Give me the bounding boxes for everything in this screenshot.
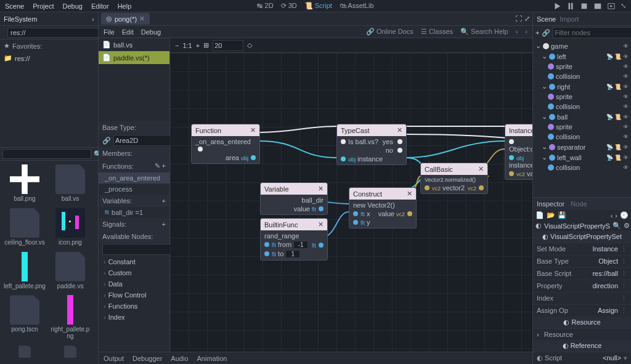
- scene-tab[interactable]: ◎ pong(*) ✕: [101, 13, 150, 25]
- file-thumb[interactable]: ball.vs: [49, 164, 91, 204]
- insp-row[interactable]: ◐ Script<null>▾: [533, 352, 631, 364]
- avail-item[interactable]: Flow Control: [99, 289, 169, 301]
- zoom-out-icon[interactable]: −: [175, 42, 179, 49]
- collapse-icon[interactable]: ⤡: [621, 2, 626, 10]
- search-help[interactable]: 🔍 Search Help: [460, 28, 508, 36]
- graph-canvas[interactable]: Function✕ _on_area_entered area obj Type…: [170, 53, 532, 352]
- grid-stepper-icon[interactable]: ◇: [247, 41, 252, 49]
- tab-script[interactable]: 📜 Script: [304, 2, 332, 10]
- node-variable[interactable]: Variable✕ ball_dir value flt: [260, 182, 328, 215]
- scene-tree-item[interactable]: collision👁: [533, 102, 631, 111]
- add-node-icon[interactable]: +: [535, 29, 539, 36]
- zoom-reset[interactable]: 1:1: [182, 42, 192, 49]
- menu-project[interactable]: Project: [33, 2, 54, 10]
- close-icon[interactable]: ✕: [478, 165, 484, 173]
- insp-row[interactable]: Propertydirection⋮: [533, 280, 631, 292]
- scene-tree-item[interactable]: sprite👁: [533, 92, 631, 102]
- script-item[interactable]: 📄 paddle.vs(*): [99, 51, 169, 64]
- node-callbasic[interactable]: CallBasic✕ Vector2.normalized() vc2 vect…: [420, 163, 488, 194]
- node-function[interactable]: Function✕ _on_area_entered area obj: [191, 124, 260, 164]
- scene-tree-item[interactable]: collision👁: [533, 71, 631, 81]
- file-thumb[interactable]: paddle.vs: [49, 252, 91, 292]
- avail-item[interactable]: Custom: [99, 267, 169, 278]
- avail-item[interactable]: Data: [99, 278, 169, 289]
- close-icon[interactable]: ✕: [407, 190, 412, 198]
- file-thumb[interactable]: right_pallete.png: [49, 295, 91, 342]
- file-thumb[interactable]: [4, 346, 46, 360]
- distraction-free-icon[interactable]: ⛶: [515, 15, 522, 23]
- scene-tree-item[interactable]: ⌄left_wall📡 📜 👁: [533, 152, 631, 163]
- scene-tree-item[interactable]: collision👁: [533, 132, 631, 142]
- tab-assetlib[interactable]: 🛍 AssetLib: [340, 2, 374, 10]
- load-resource-icon[interactable]: 📂: [547, 211, 555, 219]
- script-item[interactable]: 📄 ball.vs: [99, 38, 169, 51]
- bottom-debugger[interactable]: Debugger: [132, 355, 162, 362]
- pause-icon[interactable]: [566, 2, 575, 10]
- close-tab-icon[interactable]: ✕: [139, 15, 145, 23]
- node-typecast[interactable]: TypeCast✕ Is ball.vs?yes no obj instance: [336, 124, 407, 165]
- scene-tree-item[interactable]: ⌄left📡 📜 👁: [533, 51, 631, 62]
- bottom-output[interactable]: Output: [104, 355, 124, 362]
- var-item[interactable]: flt ball_dir =1: [99, 207, 169, 218]
- play-scene-icon[interactable]: [593, 2, 602, 10]
- close-icon[interactable]: ✕: [397, 126, 402, 134]
- insp-row[interactable]: Set ModeInstance⋮: [533, 243, 631, 255]
- scene-tree-item[interactable]: ⌄game👁: [533, 41, 631, 51]
- close-icon[interactable]: ✕: [318, 220, 324, 229]
- file-thumb[interactable]: ceiling_floor.vs: [4, 208, 46, 248]
- bottom-audio[interactable]: Audio: [171, 355, 188, 362]
- node-builtinfunc[interactable]: BuiltinFunc✕ rand_range flt from flt flt…: [260, 218, 328, 261]
- import-tab[interactable]: Import: [560, 15, 579, 23]
- online-docs[interactable]: 🔗 Online Docs: [366, 28, 413, 36]
- insp-row[interactable]: Assign OpAssign⋮: [533, 304, 631, 317]
- menu-file[interactable]: File: [104, 28, 115, 36]
- bottom-animation[interactable]: Animation: [197, 355, 227, 362]
- scene-tree-item[interactable]: ⌄ball📡 📜 👁: [533, 111, 631, 122]
- inspector-tab[interactable]: Inspector: [537, 200, 564, 208]
- add-func-icon[interactable]: +: [162, 162, 166, 169]
- insp-row[interactable]: Index⋮: [533, 292, 631, 304]
- file-thumb[interactable]: left_pallete.png: [4, 252, 46, 292]
- save-resource-icon[interactable]: 💾: [558, 211, 566, 219]
- nav-next-icon[interactable]: ›: [525, 28, 527, 36]
- folder-root[interactable]: 📁 res://: [0, 52, 98, 64]
- insp-row[interactable]: Base Scriptres://ball⋮: [533, 267, 631, 280]
- insp-row[interactable]: Base TypeObject⋮: [533, 255, 631, 267]
- from-input[interactable]: [293, 241, 308, 249]
- scene-tree-item[interactable]: sprite👁: [533, 122, 631, 132]
- file-thumb[interactable]: ball.png: [4, 164, 46, 204]
- snap-icon[interactable]: ⊞: [203, 41, 209, 49]
- override-icon[interactable]: ✎: [155, 162, 160, 169]
- history-back-icon[interactable]: ‹: [611, 212, 613, 219]
- menu-editor[interactable]: Editor: [91, 2, 109, 10]
- zoom-in-icon[interactable]: +: [196, 42, 200, 49]
- filesystem-collapse-icon[interactable]: ‹: [92, 15, 94, 23]
- props-icon[interactable]: ⚙: [624, 222, 630, 230]
- menu-debug[interactable]: Debug: [62, 2, 82, 10]
- history-icon[interactable]: 🕘: [620, 211, 629, 219]
- func-item[interactable]: _on_area_entered: [99, 172, 169, 184]
- search-icon[interactable]: 🔍: [613, 222, 621, 230]
- func-item[interactable]: _process: [99, 184, 169, 195]
- play-custom-icon[interactable]: [607, 2, 616, 10]
- new-resource-icon[interactable]: 📄: [535, 211, 544, 219]
- history-fwd-icon[interactable]: ›: [615, 212, 617, 219]
- file-thumb[interactable]: pong.tscn: [4, 295, 46, 342]
- stop-icon[interactable]: [580, 2, 588, 10]
- scene-tree-item[interactable]: ⌄separator📡 📜 👁: [533, 142, 631, 152]
- scene-tree-item[interactable]: ⌄right📡 📜 👁: [533, 81, 631, 92]
- avail-item[interactable]: Constant: [99, 256, 169, 267]
- link-icon[interactable]: 🔗: [542, 29, 550, 37]
- menu-help[interactable]: Help: [118, 2, 132, 10]
- close-icon[interactable]: ✕: [318, 185, 324, 193]
- path-input[interactable]: [7, 28, 99, 38]
- scene-tree-item[interactable]: sprite👁: [533, 62, 631, 71]
- node-tab[interactable]: Node: [571, 200, 587, 208]
- close-icon[interactable]: ✕: [250, 126, 256, 134]
- add-signal-icon[interactable]: +: [162, 220, 166, 228]
- node-construct[interactable]: Construct✕ new Vector2() flt xvalue vc2 …: [349, 187, 417, 229]
- menu-debug2[interactable]: Debug: [141, 28, 161, 36]
- scene-tab[interactable]: Scene: [537, 15, 556, 23]
- scene-tree-item[interactable]: collision👁: [533, 163, 631, 172]
- insp-row[interactable]: ›Resource: [533, 328, 631, 340]
